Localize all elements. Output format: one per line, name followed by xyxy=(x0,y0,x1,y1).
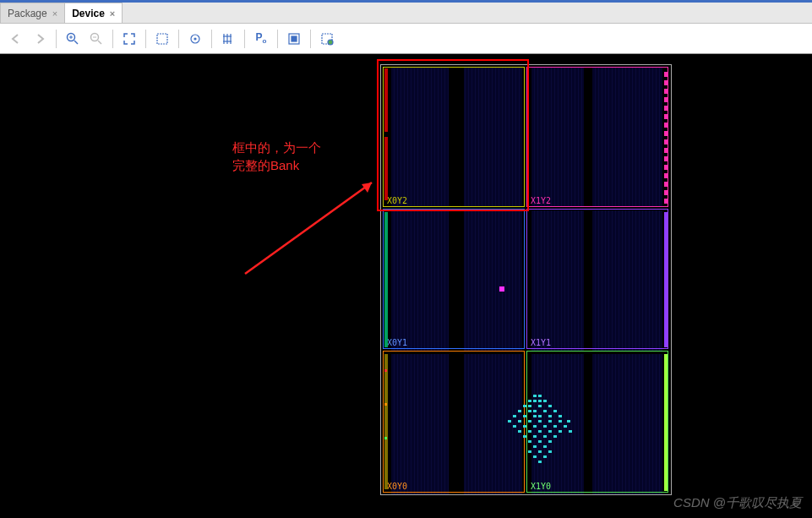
close-icon[interactable]: × xyxy=(52,8,57,19)
highlight-box xyxy=(377,59,529,211)
io-bank xyxy=(664,354,668,491)
device-canvas[interactable]: X0Y2 X1Y2 X0Y1 X1Y1 X0Y0 X1Y0 xyxy=(0,54,812,518)
region-label-x1y0: X1Y0 xyxy=(531,482,551,491)
place-button[interactable]: Po xyxy=(250,28,272,50)
tab-package[interactable]: Package × xyxy=(0,3,65,23)
svg-point-9 xyxy=(194,38,196,40)
svg-line-19 xyxy=(245,183,372,274)
tab-label: Package xyxy=(8,8,47,19)
forward-button[interactable] xyxy=(29,28,51,50)
svg-rect-16 xyxy=(292,36,297,41)
highlight-button[interactable] xyxy=(283,28,305,50)
watermark: CSDN @千歌叹尽执夏 xyxy=(673,495,802,511)
region-label-x1y2: X1Y2 xyxy=(531,196,551,205)
placed-cell xyxy=(499,286,504,292)
svg-rect-7 xyxy=(157,34,167,44)
svg-line-1 xyxy=(74,41,78,44)
io-bank xyxy=(384,354,388,489)
svg-line-5 xyxy=(98,41,101,44)
zoom-fit-button[interactable] xyxy=(118,28,140,50)
tab-device[interactable]: Device × xyxy=(64,3,123,23)
routing-button[interactable] xyxy=(217,28,239,50)
tab-bar: Package × Device × xyxy=(0,3,812,24)
io-bank xyxy=(664,212,668,347)
unhighlight-button[interactable] xyxy=(316,28,338,50)
back-button[interactable] xyxy=(5,28,27,50)
close-icon[interactable]: × xyxy=(110,8,115,19)
io-bank xyxy=(664,68,668,204)
region-label-x0y0: X0Y0 xyxy=(387,482,407,491)
region-label-x1y1: X1Y1 xyxy=(531,338,551,347)
toolbar: Po xyxy=(0,24,812,54)
tab-label: Device xyxy=(72,8,105,19)
zoom-area-button[interactable] xyxy=(151,28,173,50)
zoom-in-button[interactable] xyxy=(62,28,84,50)
select-button[interactable] xyxy=(184,28,206,50)
zoom-out-button[interactable] xyxy=(85,28,107,50)
annotation-arrow xyxy=(237,172,389,282)
annotation-text: 框中的，为一个 完整的Bank xyxy=(232,139,321,174)
placed-logic-cluster xyxy=(499,386,584,479)
region-label-x0y1: X0Y1 xyxy=(387,338,407,347)
svg-point-18 xyxy=(328,40,333,45)
